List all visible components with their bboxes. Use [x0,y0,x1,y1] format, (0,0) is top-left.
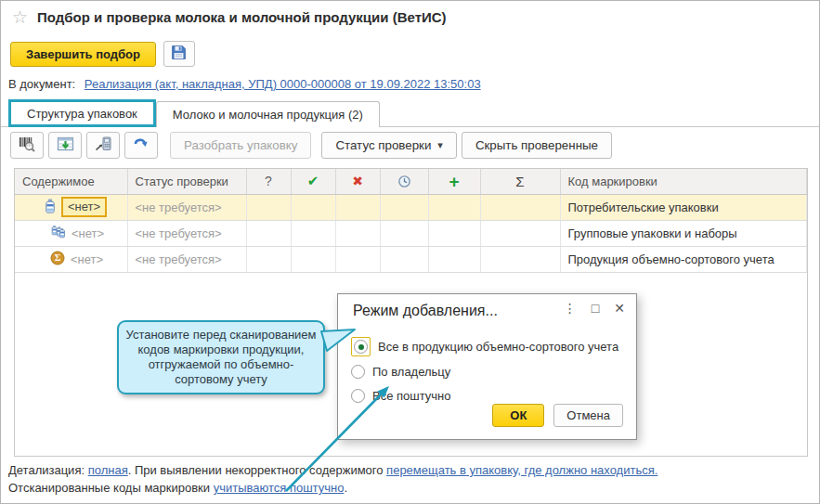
checked-cell[interactable] [291,194,335,220]
pending-cell[interactable] [380,246,428,272]
footer-line-2: Отсканированные коды маркировки учитываю… [8,479,807,497]
kebab-menu-icon[interactable]: ⋮ [564,302,577,315]
scan-barcode-button[interactable] [10,132,44,159]
radio-unselected[interactable] [351,365,365,379]
clock-icon [397,174,411,187]
hide-checked-button[interactable]: Скрыть проверенные [462,132,612,159]
save-floppy-icon [171,45,187,63]
radio-label: Все в продукцию объемно-сортового учета [378,340,618,354]
radio-label: По владельцу [372,365,450,379]
added-cell[interactable] [428,246,480,272]
sum-cell[interactable] [480,246,560,272]
column-header-sum[interactable]: Σ [480,169,560,194]
question-cell[interactable] [246,194,291,220]
grid-toolbar: Разобрать упаковку Статус проверки ▾ Скр… [10,132,612,159]
rejected-cell[interactable] [335,220,380,246]
column-header-pending[interactable] [380,169,428,194]
load-table-button[interactable] [48,132,82,159]
green-plus-icon: + [449,172,459,191]
page-title: Подбор и проверка молока и молочной прод… [37,9,447,25]
column-header-question[interactable]: ? [246,169,291,194]
dialog-title: Режим добавления... [353,303,498,319]
red-cross-icon: ✖ [352,174,363,188]
focused-cell-value[interactable]: <нет> [61,197,107,217]
pending-cell[interactable] [380,194,428,220]
status-filter-dropdown[interactable]: Статус проверки ▾ [321,132,456,159]
marking-cell[interactable]: Продукция объемно-сортового учета [560,246,807,272]
question-cell[interactable] [246,246,291,272]
status-cell[interactable]: <не требуется> [127,220,246,246]
column-header-rejected[interactable]: ✖ [335,169,380,194]
checked-cell[interactable] [291,246,335,272]
marking-cell[interactable]: Потребительские упаковки [560,194,807,220]
pending-cell[interactable] [380,220,428,246]
content-cell-value[interactable]: <нет> [71,252,103,266]
svg-text:Σ: Σ [55,252,61,263]
cancel-button[interactable]: Отмена [553,404,623,427]
table-row-group-packages[interactable]: <нет> <не требуется> Групповые упаковки … [15,220,807,246]
ok-button[interactable]: ОК [492,404,544,427]
maximize-icon[interactable]: □ [592,302,599,315]
document-label: В документ: [8,77,75,91]
question-mark-icon: ? [265,174,272,188]
tab-package-structure[interactable]: Структура упаковок [8,99,156,127]
disassemble-package-button[interactable]: Разобрать упаковку [170,132,311,159]
marking-cell[interactable]: Групповые упаковки и наборы [560,220,807,246]
added-cell[interactable] [428,220,480,246]
dialog-window-controls: ⋮ □ ✕ [564,302,625,315]
title-bar: ☆ Подбор и проверка молока и молочной пр… [12,8,447,26]
move-to-package-link[interactable]: перемещать в упаковку, где должно находи… [386,463,657,477]
tab-label: Молоко и молочная продукция (2) [173,108,363,122]
close-icon[interactable]: ✕ [614,302,625,315]
data-terminal-button[interactable] [86,132,120,159]
barcode-scan-icon [18,136,36,155]
added-cell[interactable] [428,194,480,220]
table-row-consumer-packages[interactable]: <нет> <не требуется> Потребительские упа… [15,194,807,220]
radio-label: Все поштучно [372,389,451,403]
question-cell[interactable] [246,220,291,246]
status-filter-label: Статус проверки [335,138,431,152]
column-header-content[interactable]: Содержимое [15,169,127,194]
column-header-added[interactable]: + [428,169,480,194]
column-header-status[interactable]: Статус проверки [127,169,246,194]
table-import-icon [57,136,74,155]
radio-option-volume-accounting[interactable]: Все в продукцию объемно-сортового учета [351,337,618,356]
content-cell-value[interactable]: <нет> [72,226,104,240]
detail-label: Детализация: [8,463,88,477]
table-row-volume-accounting[interactable]: Σ <нет> <не требуется> Продукция объемно… [15,246,807,272]
rejected-cell[interactable] [335,194,380,220]
sigma-icon: Σ [515,174,524,189]
detail-level-link[interactable]: полная [88,463,128,477]
add-mode-dialog: Режим добавления... ⋮ □ ✕ Все в продукци… [337,293,637,440]
tab-bar: Структура упаковок Молоко и молочная про… [1,100,819,127]
column-header-marking[interactable]: Код маркировки [560,169,807,194]
save-button[interactable] [163,41,195,67]
dialog-buttons: ОК Отмена [492,404,623,427]
data-terminal-icon [95,136,112,155]
tab-label: Структура упаковок [27,107,137,121]
footer-text: Отсканированные коды маркировки [8,481,214,495]
refresh-button[interactable] [124,132,158,159]
sum-cell[interactable] [480,220,560,246]
footer-text: . При выявлении некорректного содержимог… [128,463,386,477]
document-link[interactable]: Реализация (акт, накладная, УПД) 0000-00… [85,77,481,91]
tab-milk-products[interactable]: Молоко и молочная продукция (2) [156,101,380,127]
finish-selection-button[interactable]: Завершить подбор [10,42,156,67]
column-header-checked[interactable]: ✔ [291,169,335,194]
checked-cell[interactable] [291,220,335,246]
sum-cell[interactable] [480,194,560,220]
radio-option-by-owner[interactable]: По владельцу [351,365,450,379]
favorite-star-icon[interactable]: ☆ [12,8,28,26]
status-cell[interactable]: <не требуется> [127,246,246,272]
radio-option-per-piece[interactable]: Все поштучно [351,389,451,403]
chevron-down-icon: ▾ [437,139,443,151]
hint-text: Установите перед сканированием кодов мар… [126,328,317,386]
table-header-row: Содержимое Статус проверки ? ✔ ✖ + [15,169,807,194]
top-actions: Завершить подбор [10,41,195,67]
document-line: В документ: Реализация (акт, накладная, … [8,77,481,91]
rejected-cell[interactable] [335,246,380,272]
radio-unselected[interactable] [351,389,365,403]
status-cell[interactable]: <не требуется> [127,194,246,220]
count-per-piece-link[interactable]: учитываются поштучно [214,481,345,495]
hint-callout: Установите перед сканированием кодов мар… [117,320,325,394]
